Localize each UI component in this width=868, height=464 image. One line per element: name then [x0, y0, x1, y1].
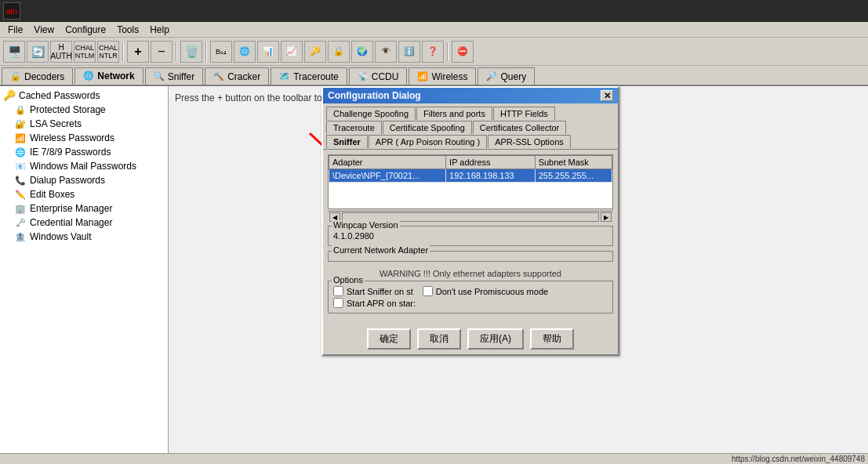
dialog-tab-traceroute[interactable]: Traceroute — [326, 121, 382, 134]
adapter-row[interactable]: \Device\NPF_{70021... 192.168.198.133 25… — [329, 169, 612, 183]
tab-traceroute-label: Traceroute — [293, 71, 339, 82]
toolbar-btn-chart1[interactable]: 📊 — [257, 41, 279, 63]
traceroute-icon: 🗺️ — [279, 71, 290, 82]
protected-storage-label: Protected Storage — [30, 104, 106, 115]
toolbar-btn-3[interactable]: HAUTH — [50, 41, 72, 63]
wireless-icon: 📶 — [417, 71, 428, 82]
dialog-tab-cert-spoofing[interactable]: Certificate Spoofing — [383, 121, 472, 134]
toolbar-sep-3 — [205, 42, 207, 61]
dialog-tab-apr-ssl[interactable]: APR-SSL Options — [488, 135, 571, 148]
sidebar-item-windows-vault[interactable]: 🏦 Windows Vault — [0, 230, 168, 244]
tab-cracker[interactable]: 🔨 Cracker — [205, 67, 269, 85]
options-group: Options Start Sniffer on st Don't use Pr… — [328, 281, 613, 314]
toolbar-btn-5[interactable]: CHALNTLR — [97, 41, 119, 63]
toolbar-btn-1[interactable]: 🖥️ — [3, 41, 25, 63]
toolbar-btn-minus[interactable]: − — [151, 41, 173, 63]
dialog-tab-filters[interactable]: Filters and ports — [416, 107, 492, 120]
tab-decoders-label: Decoders — [24, 71, 64, 82]
decoders-icon: 🔓 — [10, 71, 21, 82]
warning-message: WARNING !!! Only ethernet adapters suppo… — [380, 269, 561, 278]
dialog-tab-http-fields[interactable]: HTTP Fields — [493, 107, 555, 120]
lsa-secrets-icon: 🔐 — [14, 119, 27, 129]
start-sniffer-checkbox[interactable] — [333, 286, 343, 296]
help-button[interactable]: 帮助 — [530, 328, 574, 350]
dialog-buttons: 确定 取消 应用(A) 帮助 — [323, 323, 618, 354]
tab-sniffer[interactable]: 🔍 Sniffer — [145, 67, 203, 85]
http-fields-label: HTTP Fields — [500, 109, 548, 118]
cancel-button[interactable]: 取消 — [417, 328, 461, 350]
subnet-mask-cell: 255.255.255... — [535, 169, 612, 183]
tab-query-label: Query — [500, 71, 526, 82]
sidebar-item-enterprise-manager[interactable]: 🏢 Enterprise Manager — [0, 201, 168, 216]
checkbox-row-1: Start Sniffer on st Don't use Promiscuou… — [333, 286, 608, 296]
no-promiscuous-checkbox[interactable] — [423, 286, 433, 296]
sidebar-item-wireless-passwords[interactable]: 📶 Wireless Passwords — [0, 131, 168, 145]
sidebar-item-dialup-passwords[interactable]: 📞 Dialup Passwords — [0, 173, 168, 187]
ip-address-cell: 192.168.198.133 — [446, 169, 536, 183]
dialog-tab-cert-collector[interactable]: Certificates Collector — [473, 121, 566, 134]
checkbox-row-2: Start APR on star: — [333, 298, 608, 308]
dialog-close-button[interactable]: ✕ — [601, 90, 613, 101]
sidebar-item-credential-manager[interactable]: 🗝️ Credential Manager — [0, 216, 168, 230]
toolbar-sep-1 — [122, 42, 124, 61]
toolbar-btn-4[interactable]: CHALNTLM — [74, 41, 96, 63]
toolbar-btn-key[interactable]: 🔑 — [304, 41, 326, 63]
menu-file[interactable]: File — [3, 24, 27, 36]
protected-storage-icon: 🔒 — [14, 105, 27, 115]
tab-traceroute[interactable]: 🗺️ Traceroute — [271, 67, 347, 85]
tab-ccdu[interactable]: 📡 CCDU — [349, 67, 408, 85]
status-bar: https://blog.csdn.net/weixin_44809748 — [0, 453, 868, 464]
dialog-tabs-row1: Challenge Spoofing Filters and ports HTT… — [323, 103, 618, 150]
toolbar-btn-question[interactable]: ❓ — [422, 41, 444, 63]
tab-wireless[interactable]: 📶 Wireless — [409, 67, 476, 85]
adapter-col-header: Adapter — [329, 156, 446, 169]
dialog-body: Adapter IP address Subnet Mask \Device\N… — [323, 150, 618, 323]
network-icon: 🌐 — [83, 71, 94, 81]
menu-help[interactable]: Help — [145, 24, 174, 36]
sidebar: 🔑 Cached Passwords 🔒 Protected Storage 🔐… — [0, 86, 169, 464]
tab-query[interactable]: 🔎 Query — [478, 67, 535, 85]
toolbar-btn-2[interactable]: 🔄 — [27, 41, 49, 63]
dialog-tab-challenge-spoofing[interactable]: Challenge Spoofing — [326, 107, 416, 120]
toolbar-btn-info[interactable]: ℹ️ — [398, 41, 420, 63]
toolbar-btn-chart2[interactable]: 📈 — [281, 41, 303, 63]
menu-view[interactable]: View — [29, 24, 59, 36]
toolbar-btn-stop[interactable]: ⛔ — [452, 41, 474, 63]
scroll-right-btn[interactable]: ▶ — [601, 212, 612, 222]
windows-mail-icon: 📧 — [14, 161, 27, 172]
toolbar-btn-globe[interactable]: 🌍 — [351, 41, 373, 63]
menu-tools[interactable]: Tools — [112, 24, 143, 36]
tab-decoders[interactable]: 🔓 Decoders — [2, 67, 73, 85]
tab-network[interactable]: 🌐 Network — [74, 67, 143, 85]
winpcap-version: 4.1.0.2980 — [333, 230, 608, 242]
dialog-overlay: Configuration Dialog ✕ Challenge Spoofin… — [169, 86, 868, 464]
sidebar-item-windows-mail-passwords[interactable]: 📧 Windows Mail Passwords — [0, 159, 168, 173]
toolbar-btn-delete[interactable]: 🗑️ — [180, 41, 202, 63]
toolbar-btn-plus[interactable]: + — [127, 41, 149, 63]
subnet-col-header: Subnet Mask — [535, 156, 612, 169]
start-apr-checkbox[interactable] — [333, 298, 343, 308]
dialog-tab-apr[interactable]: APR ( Arp Poison Routing ) — [369, 135, 487, 148]
windows-mail-passwords-label: Windows Mail Passwords — [30, 161, 136, 172]
toolbar-btn-eye[interactable]: 👁️ — [375, 41, 397, 63]
toolbar-btn-network[interactable]: 🌐 — [234, 41, 256, 63]
cracker-icon: 🔨 — [213, 71, 224, 82]
sidebar-item-edit-boxes[interactable]: ✏️ Edit Boxes — [0, 187, 168, 201]
sidebar-item-protected-storage[interactable]: 🔒 Protected Storage — [0, 103, 168, 117]
enterprise-manager-label: Enterprise Manager — [30, 203, 112, 214]
menu-configure[interactable]: Configure — [60, 24, 111, 36]
enterprise-manager-icon: 🏢 — [14, 204, 27, 214]
dialog-tab-sniffer[interactable]: Sniffer — [326, 135, 368, 148]
ie-passwords-label: IE 7/8/9 Passwords — [30, 147, 111, 158]
toolbar-btn-b64[interactable]: B₆₄ — [210, 41, 232, 63]
configuration-dialog: Configuration Dialog ✕ Challenge Spoofin… — [321, 86, 619, 356]
dialog-title-text: Configuration Dialog — [328, 90, 421, 101]
current-adapter-label: Current Network Adapter — [332, 245, 430, 255]
sidebar-item-cached-passwords[interactable]: 🔑 Cached Passwords — [0, 88, 168, 103]
ok-button[interactable]: 确定 — [367, 328, 411, 350]
cached-passwords-label: Cached Passwords — [19, 90, 100, 101]
apply-button[interactable]: 应用(A) — [467, 328, 524, 350]
toolbar-btn-lock[interactable]: 🔒 — [328, 41, 350, 63]
sidebar-item-ie-passwords[interactable]: 🌐 IE 7/8/9 Passwords — [0, 145, 168, 159]
sidebar-item-lsa-secrets[interactable]: 🔐 LSA Secrets — [0, 117, 168, 131]
